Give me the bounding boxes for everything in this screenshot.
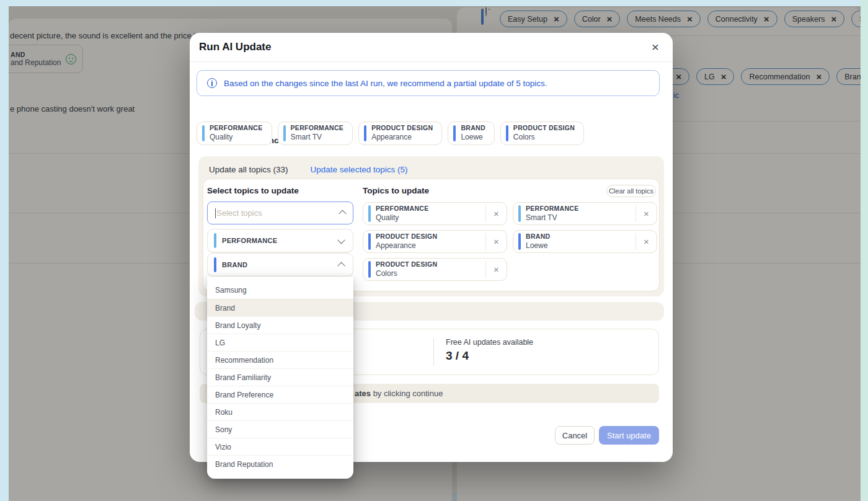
selected-topic-card: PRODUCT DESIGN Appearance ×: [363, 230, 507, 253]
text-cursor: [215, 208, 216, 218]
topic-name: Smart TV: [291, 133, 344, 143]
credits-label: Free AI updates available: [446, 338, 533, 347]
selected-topic-card: PRODUCT DESIGN Colors ×: [363, 258, 507, 281]
topic-option-label: Brand Preference: [215, 391, 273, 399]
topic-option[interactable]: Brand Preference: [207, 386, 353, 403]
remove-icon: ×: [494, 237, 499, 246]
dialog-title: Run AI Update: [199, 41, 271, 53]
topic-option-label: Roku: [215, 408, 232, 417]
topic-category: BRAND: [461, 124, 485, 133]
changed-topic-chip: PERFORMANCE Quality: [197, 122, 272, 145]
topic-category: PERFORMANCE: [291, 124, 344, 133]
topic-color-bar: [368, 233, 371, 250]
topic-option[interactable]: Brand Loyalty: [207, 316, 353, 334]
selected-topic-card: PERFORMANCE Smart TV ×: [513, 202, 657, 225]
tab-label: Update selected topics (5): [311, 165, 408, 174]
chevron-icon[interactable]: [337, 262, 345, 270]
close-icon[interactable]: ×: [647, 38, 664, 56]
changed-topics-row: PERFORMANCE Quality PERFORMANCE Smart TV: [197, 122, 584, 145]
topic-color-bar: [453, 125, 456, 141]
topic-option-label: Brand Loyalty: [215, 321, 260, 330]
topic-category: PRODUCT DESIGN: [371, 124, 433, 133]
info-icon: i: [207, 78, 217, 88]
header-divider: [190, 61, 673, 62]
dialog-header: Run AI Update ×: [190, 33, 673, 61]
changed-topic-chip: PERFORMANCE Smart TV: [278, 122, 353, 145]
group-color-bar: [214, 233, 216, 248]
topic-option[interactable]: Recommendation: [207, 351, 353, 368]
topic-color-bar: [202, 125, 205, 141]
topic-category: PRODUCT DESIGN: [376, 233, 480, 241]
topic-group-row[interactable]: BRAND: [207, 253, 353, 277]
topic-color-bar: [283, 125, 286, 141]
topic-options-list: Samsung Brand Brand Loyalty LG Recommend…: [207, 277, 353, 479]
topic-name: Colors: [376, 269, 480, 279]
topic-category: PERFORMANCE: [526, 205, 631, 213]
topic-name: Appearance: [376, 241, 480, 251]
remove-topic-button[interactable]: ×: [485, 233, 507, 250]
remove-topic-button[interactable]: ×: [636, 205, 657, 222]
topic-option[interactable]: LG: [207, 334, 353, 351]
topic-category: PRODUCT DESIGN: [513, 124, 575, 133]
topic-category: BRAND: [526, 233, 631, 241]
topic-option-label: Sony: [215, 425, 232, 434]
topic-name: Smart TV: [526, 213, 631, 223]
chevron-up-icon[interactable]: [339, 210, 347, 218]
changed-topic-chip: BRAND Loewe: [448, 122, 494, 145]
topic-option[interactable]: Samsung: [207, 282, 353, 299]
topic-name: Colors: [513, 133, 575, 143]
topic-color-bar: [368, 205, 371, 222]
topic-option-label: Recommendation: [215, 356, 273, 365]
remove-icon: ×: [644, 209, 649, 218]
selected-topic-card: PERFORMANCE Quality ×: [363, 202, 507, 225]
topic-option-label: Samsung: [215, 286, 247, 295]
topic-name: Loewe: [526, 241, 631, 251]
topic-option[interactable]: Brand Familiarity: [207, 368, 353, 386]
remove-icon: ×: [494, 265, 499, 274]
clear-all-topics-button[interactable]: Clear all topics: [606, 185, 656, 197]
credits-value: 3 / 4: [446, 349, 469, 363]
changed-topic-chip: PRODUCT DESIGN Appearance: [358, 122, 442, 145]
topic-name: Quality: [210, 133, 263, 143]
topic-option[interactable]: Brand: [207, 299, 353, 316]
topic-category: PERFORMANCE: [376, 205, 480, 213]
topic-option-label: Brand Familiarity: [215, 373, 271, 382]
topic-group-row[interactable]: PERFORMANCE: [207, 229, 353, 252]
screen: decent picture, the sound is excellent a…: [0, 0, 868, 501]
chevron-icon[interactable]: [337, 236, 345, 244]
topic-color-bar: [506, 125, 508, 141]
dialog-actions: Cancel Start update: [555, 426, 659, 445]
remove-icon: ×: [494, 209, 499, 218]
topic-color-bar: [518, 233, 521, 250]
selected-topic-card: BRAND Loewe ×: [513, 230, 657, 253]
remove-topic-button[interactable]: ×: [485, 205, 507, 222]
remove-topic-button[interactable]: ×: [636, 233, 657, 250]
topic-option-label: Brand Reputation: [215, 460, 273, 469]
changed-topic-chip: PRODUCT DESIGN Colors: [500, 122, 584, 145]
tab-label: Update all topics (33): [209, 165, 288, 174]
cancel-button[interactable]: Cancel: [555, 426, 595, 445]
group-label: BRAND: [222, 261, 333, 268]
topic-option[interactable]: Roku: [207, 403, 353, 420]
topic-name: Quality: [376, 213, 480, 223]
topic-select-input[interactable]: Select topics: [207, 202, 353, 224]
topic-category: PRODUCT DESIGN: [376, 260, 480, 269]
select-placeholder: Select topics: [216, 208, 339, 218]
start-update-button[interactable]: Start update: [599, 426, 659, 445]
group-label: PERFORMANCE: [222, 237, 333, 244]
topic-name: Loewe: [461, 133, 485, 143]
topic-color-bar: [364, 125, 366, 141]
topic-option[interactable]: Brand Reputation: [207, 455, 353, 472]
topic-option-label: Vizio: [215, 443, 231, 451]
recommendation-text: Based on the changes since the last AI r…: [224, 79, 547, 88]
topic-option-label: Brand: [215, 304, 235, 313]
topic-color-bar: [518, 205, 521, 222]
credits-divider: [433, 338, 434, 366]
topic-option[interactable]: Sony: [207, 420, 353, 438]
recommendation-banner: i Based on the changes since the last AI…: [197, 70, 660, 96]
remove-icon: ×: [644, 237, 649, 246]
notice-bold: ates: [355, 389, 371, 398]
remove-topic-button[interactable]: ×: [485, 261, 507, 278]
topic-option[interactable]: Vizio: [207, 438, 353, 455]
topic-color-bar: [368, 261, 371, 278]
